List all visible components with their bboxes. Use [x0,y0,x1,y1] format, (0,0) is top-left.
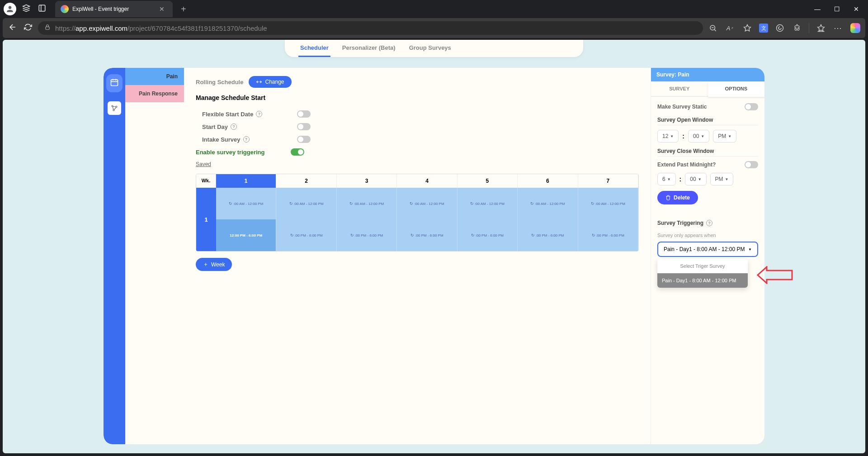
grammarly-icon[interactable] [774,23,785,33]
browser-toolbar: https://app.expiwell.com/project/670784c… [3,18,865,38]
url-text: https://app.expiwell.com/project/670784c… [55,24,267,32]
copilot-icon[interactable] [850,23,861,33]
window-titlebar: ExpiWell - Event trigger ✕ + — ☐ ✕ [0,0,868,18]
workspaces-icon[interactable] [20,2,33,16]
close-icon[interactable]: ✕ [156,5,167,14]
layout-icon[interactable] [36,2,48,16]
lock-icon [44,24,51,32]
refresh-button[interactable] [23,23,33,33]
svg-rect-2 [46,27,49,29]
browser-tab[interactable]: ExpiWell - Event trigger ✕ [55,1,173,17]
svg-point-7 [777,25,783,32]
translate-icon[interactable]: 文 [759,24,768,33]
text-size-icon[interactable]: A〃 [725,23,736,33]
favorites-bar-icon[interactable] [816,23,826,33]
svg-rect-0 [39,5,45,11]
extensions-icon[interactable] [792,23,802,33]
profile-avatar[interactable] [4,3,16,15]
svg-line-5 [714,29,716,31]
zoom-icon[interactable] [708,23,718,33]
tab-favicon [61,5,69,13]
tab-title: ExpiWell - Event trigger [72,6,156,12]
back-button[interactable] [7,23,18,33]
svg-marker-8 [818,25,825,31]
svg-marker-6 [744,25,751,31]
more-icon[interactable]: ⋯ [833,23,844,33]
maximize-button[interactable]: ☐ [831,5,843,14]
favorites-icon[interactable] [742,23,753,33]
address-bar[interactable]: https://app.expiwell.com/project/670784c… [38,21,703,35]
new-tab-button[interactable]: + [181,4,186,14]
close-button[interactable]: ✕ [851,5,862,14]
minimize-button[interactable]: — [811,5,823,14]
